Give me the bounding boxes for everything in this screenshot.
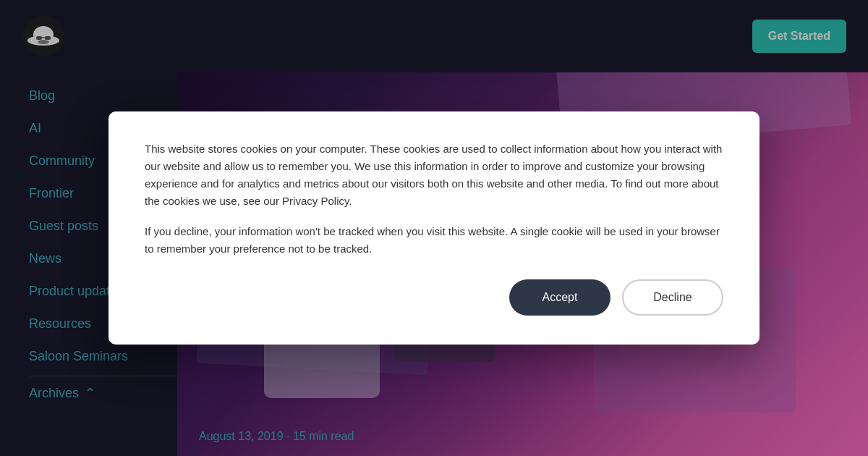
accept-button[interactable]: Accept (509, 279, 610, 316)
modal-overlay: This website stores cookies on your comp… (0, 0, 868, 456)
cookie-body-text-2: If you decline, your information won't b… (145, 223, 723, 258)
decline-button[interactable]: Decline (622, 279, 723, 316)
modal-buttons: Accept Decline (145, 279, 723, 316)
cookie-modal: This website stores cookies on your comp… (109, 111, 760, 345)
cookie-body-text-1: This website stores cookies on your comp… (145, 140, 723, 210)
